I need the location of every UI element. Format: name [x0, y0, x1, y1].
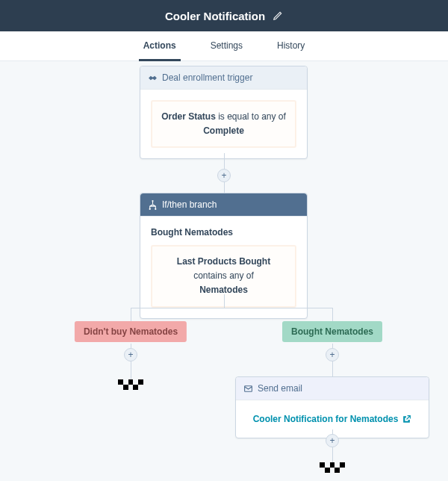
- connector: [332, 447, 333, 462]
- branch-icon: [148, 200, 158, 210]
- end-marker: [320, 462, 345, 473]
- add-action-button-yes[interactable]: +: [326, 348, 339, 361]
- branch-yes-label[interactable]: Bought Nematodes: [282, 321, 382, 342]
- branch-card-header: If/then branch: [140, 193, 307, 217]
- trigger-condition: Order Status is equal to any of Complete: [151, 100, 296, 148]
- email-card-title: Send email: [258, 383, 302, 394]
- workflow-canvas: Deal enrollment trigger Order Status is …: [0, 61, 448, 481]
- page-header: Cooler Notification: [0, 0, 448, 31]
- svg-point-2: [155, 208, 156, 209]
- tab-settings[interactable]: Settings: [206, 31, 247, 61]
- connector: [224, 182, 225, 193]
- add-action-button[interactable]: +: [217, 169, 231, 182]
- add-action-button-after-email[interactable]: +: [326, 434, 339, 447]
- trigger-value: Complete: [203, 125, 244, 136]
- branch-operator: contains any of: [193, 270, 254, 281]
- trigger-card-body: Order Status is equal to any of Complete: [140, 90, 307, 158]
- connector: [332, 361, 333, 376]
- branch-card-title: If/then branch: [162, 199, 217, 210]
- trigger-property: Order Status: [161, 111, 216, 122]
- tabs-bar: Actions Settings History: [0, 31, 448, 61]
- trigger-card-title: Deal enrollment trigger: [162, 72, 252, 83]
- email-card-header: Send email: [236, 377, 429, 400]
- external-link-icon: [402, 415, 411, 424]
- connector: [131, 308, 332, 308]
- connector: [131, 361, 131, 379]
- workflow-title: Cooler Notification: [165, 10, 265, 22]
- envelope-icon: [243, 384, 253, 394]
- email-link[interactable]: Cooler Notification for Nematodes: [253, 414, 412, 424]
- trigger-operator: is equal to any of: [216, 111, 286, 122]
- end-marker: [118, 379, 143, 390]
- add-action-button-no[interactable]: +: [124, 348, 137, 361]
- handshake-icon: [148, 73, 158, 83]
- svg-point-0: [152, 200, 153, 202]
- trigger-card-header: Deal enrollment trigger: [140, 66, 307, 90]
- tab-history[interactable]: History: [273, 31, 309, 61]
- connector: [224, 294, 225, 308]
- branch-property: Last Products Bought: [177, 256, 270, 267]
- trigger-card[interactable]: Deal enrollment trigger Order Status is …: [140, 66, 308, 159]
- email-link-text: Cooler Notification for Nematodes: [253, 414, 399, 424]
- branch-no-label[interactable]: Didn't buy Nematodes: [75, 321, 187, 342]
- branch-name: Bought Nematodes: [151, 227, 296, 238]
- connector: [131, 308, 131, 321]
- svg-point-1: [149, 208, 151, 209]
- tab-actions[interactable]: Actions: [139, 31, 181, 61]
- pencil-icon[interactable]: [273, 10, 283, 21]
- connector: [332, 308, 333, 321]
